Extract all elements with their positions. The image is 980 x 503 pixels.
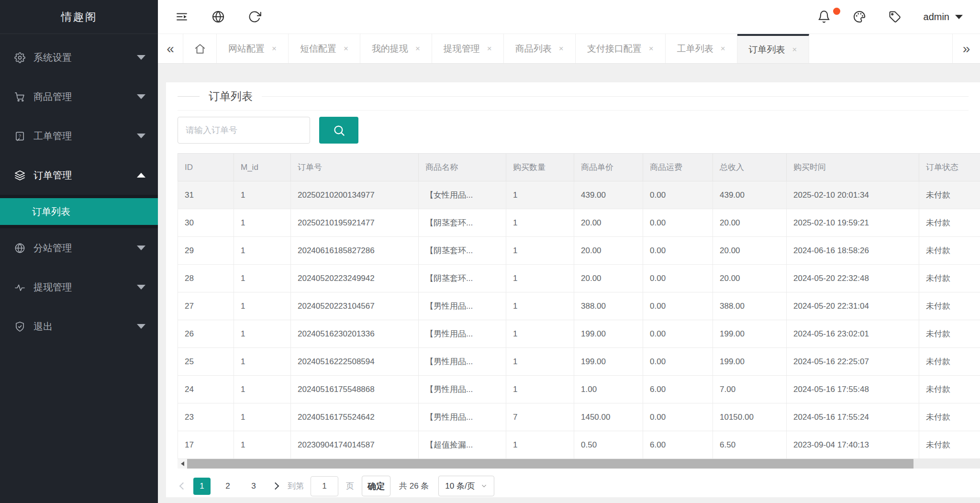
cell-price: 20.00 [574, 265, 643, 292]
cell-status: 未付款 [919, 209, 980, 237]
sidebar-item-ticket[interactable]: ?工单管理 [0, 116, 158, 156]
table-row[interactable]: 27120240520223104567【男性用品...1388.000.003… [178, 292, 980, 320]
table-row[interactable]: 28120240520223249942【阴茎套环...120.000.0020… [178, 265, 980, 292]
cell-qty: 1 [506, 181, 574, 209]
language-globe-icon[interactable] [212, 10, 225, 23]
sidebar-item-shield[interactable]: 退出 [0, 307, 158, 346]
close-icon[interactable]: × [487, 44, 492, 54]
cell-m_id: 1 [234, 376, 291, 403]
cell-status: 未付款 [919, 181, 980, 209]
col-order_no: 订单号 [291, 154, 419, 181]
close-icon[interactable]: × [721, 44, 725, 54]
cell-time: 2024-05-20 22:31:04 [787, 292, 919, 320]
confirm-button[interactable]: 确定 [362, 476, 390, 496]
table-row[interactable]: 31120250210200134977【女性用品...1439.000.004… [178, 181, 980, 209]
table-row[interactable]: 17120230904174014587【超值捡漏...10.506.006.5… [178, 431, 980, 459]
table-header-row: IDM_id订单号商品名称购买数量商品单价商品运费总收入购买时间订单状态 [178, 154, 980, 181]
cell-price: 1.00 [574, 376, 643, 403]
tab-提现管理[interactable]: 提现管理× [432, 34, 504, 63]
user-menu[interactable]: admin [924, 11, 963, 22]
table-row[interactable]: 24120240516175548868【男性用品...11.006.007.0… [178, 376, 980, 403]
cell-status: 未付款 [919, 237, 980, 265]
cell-m_id: 1 [234, 348, 291, 376]
cell-order_no: 20240520223249942 [291, 265, 419, 292]
close-icon[interactable]: × [272, 44, 277, 54]
cell-qty: 1 [506, 431, 574, 459]
tab-label: 工单列表 [677, 43, 713, 55]
home-tab[interactable] [183, 34, 217, 63]
tabs-scroll-left-button[interactable]: « [158, 34, 183, 63]
sidebar-collapse-icon[interactable] [175, 10, 189, 23]
page-unit-label: 页 [346, 481, 354, 492]
cell-shipping: 0.00 [643, 237, 713, 265]
order-number-search-input[interactable] [178, 117, 310, 144]
tab-支付接口配置[interactable]: 支付接口配置× [576, 34, 666, 63]
cell-shipping: 0.00 [643, 209, 713, 237]
cell-order_no: 20240516230201336 [291, 320, 419, 348]
cell-price: 1450.00 [574, 403, 643, 431]
sidebar-item-globe[interactable]: 分站管理 [0, 228, 158, 268]
tab-短信配置[interactable]: 短信配置× [289, 34, 360, 63]
notification-bell-icon[interactable] [817, 10, 831, 23]
close-icon[interactable]: × [792, 45, 797, 55]
cell-id: 27 [178, 292, 234, 320]
table-row[interactable]: 29120240616185827286【阴茎套环...120.000.0020… [178, 237, 980, 265]
page-size-select[interactable]: 10 条/页 [438, 476, 494, 496]
sidebar-item-layers[interactable]: 订单管理 [0, 156, 158, 195]
goto-page-input[interactable] [311, 476, 338, 496]
cart-icon [14, 91, 25, 102]
cell-price: 439.00 [574, 181, 643, 209]
sidebar-item-cart[interactable]: 商品管理 [0, 77, 158, 116]
close-icon[interactable]: × [559, 44, 564, 54]
cell-m_id: 1 [234, 209, 291, 237]
page-number-3[interactable]: 3 [245, 478, 262, 495]
page-number-1[interactable]: 1 [193, 478, 211, 495]
cell-qty: 7 [506, 403, 574, 431]
close-icon[interactable]: × [344, 44, 348, 54]
cell-m_id: 1 [234, 431, 291, 459]
table-row[interactable]: 26120240516230201336【男性用品...1199.000.001… [178, 320, 980, 348]
tab-工单列表[interactable]: 工单列表× [666, 34, 737, 63]
topbar: admin [158, 0, 980, 34]
cell-qty: 1 [506, 320, 574, 348]
cell-order_no: 20250210200134977 [291, 181, 419, 209]
cell-product: 【男性用品... [419, 292, 506, 320]
sidebar-item-gear[interactable]: 系统设置 [0, 38, 158, 77]
cell-total: 20.00 [713, 265, 787, 292]
tab-商品列表[interactable]: 商品列表× [504, 34, 576, 63]
page-number-2[interactable]: 2 [219, 478, 236, 495]
cell-total: 20.00 [713, 237, 787, 265]
tag-icon[interactable] [888, 10, 902, 23]
tab-label: 短信配置 [300, 43, 336, 55]
chevron-down-icon [480, 482, 488, 490]
tab-网站配置[interactable]: 网站配置× [217, 34, 289, 63]
cell-id: 28 [178, 265, 234, 292]
svg-text:?: ? [19, 133, 21, 138]
scrollbar-thumb[interactable] [187, 459, 913, 469]
horizontal-scrollbar[interactable] [178, 459, 980, 469]
tab-订单列表[interactable]: 订单列表× [737, 34, 809, 63]
close-icon[interactable]: × [415, 44, 420, 54]
table-row[interactable]: 25120240516222508594【男性用品...1199.000.001… [178, 348, 980, 376]
next-page-button[interactable] [273, 481, 278, 491]
sidebar-item-pulse[interactable]: 提现管理 [0, 268, 158, 307]
table-row[interactable]: 23120240516175524642【男性用品...71450.000.00… [178, 403, 980, 431]
tab-我的提现[interactable]: 我的提现× [360, 34, 432, 63]
cell-price: 20.00 [574, 237, 643, 265]
theme-palette-icon[interactable] [853, 10, 866, 23]
sidebar-subitem-order-list[interactable]: 订单列表 [0, 198, 158, 225]
table-row[interactable]: 30120250210195921477【阴茎套环...120.000.0020… [178, 209, 980, 237]
username: admin [924, 11, 949, 22]
scroll-left-button[interactable] [178, 459, 187, 469]
tabs-scroll-right-button[interactable]: » [952, 34, 980, 63]
cell-total: 10150.00 [713, 403, 787, 431]
prev-page-button[interactable] [180, 481, 186, 491]
app-title: 情趣阁 [0, 0, 158, 34]
cell-qty: 1 [506, 209, 574, 237]
order-table: IDM_id订单号商品名称购买数量商品单价商品运费总收入购买时间订单状态 311… [178, 153, 980, 459]
refresh-icon[interactable] [248, 10, 261, 23]
search-button[interactable] [319, 117, 358, 144]
cell-price: 199.00 [574, 320, 643, 348]
close-icon[interactable]: × [649, 44, 654, 54]
cell-order_no: 20240516175524642 [291, 403, 419, 431]
